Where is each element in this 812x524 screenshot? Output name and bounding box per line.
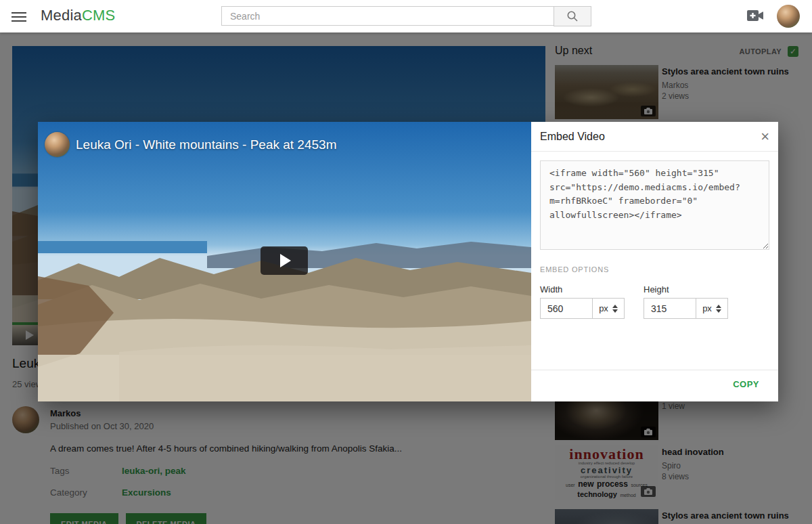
video-upload-icon	[746, 9, 764, 22]
embed-dialog: Leuka Ori - White mountains - Peak at 24…	[38, 122, 778, 401]
embed-panel-header: Embed Video ×	[531, 122, 778, 152]
width-label: Width	[540, 284, 562, 294]
height-label: Height	[644, 284, 669, 294]
height-field-group: px	[644, 298, 728, 319]
menu-icon[interactable]	[12, 9, 28, 23]
embed-dialog-title: Embed Video	[540, 122, 605, 152]
close-icon[interactable]: ×	[761, 128, 769, 146]
mediacms-app: Leuka Ori - White mountains - Peak at 24…	[0, 0, 812, 524]
logo-cms: CMS	[82, 7, 116, 24]
top-header: MediaCMS	[0, 0, 812, 32]
embed-preview-player[interactable]: Leuka Ori - White mountains - Peak at 24…	[38, 122, 531, 401]
height-unit-select[interactable]: px	[696, 298, 728, 319]
up-down-arrows-icon	[716, 305, 721, 313]
logo-media: Media	[41, 7, 82, 24]
header-right	[746, 0, 800, 32]
embed-code-textarea[interactable]: <iframe width="560" height="315" src="ht…	[540, 160, 769, 250]
width-field-group: px	[540, 298, 625, 319]
search-button[interactable]	[554, 6, 591, 26]
upload-media-button[interactable]	[746, 9, 765, 23]
search-input[interactable]	[221, 6, 554, 26]
logo[interactable]: MediaCMS	[41, 7, 115, 24]
embed-panel: Embed Video × <iframe width="560" height…	[531, 122, 778, 401]
height-input[interactable]	[644, 298, 696, 319]
width-unit-value: px	[599, 303, 608, 313]
width-unit-select[interactable]: px	[593, 298, 625, 319]
width-input[interactable]	[540, 298, 593, 319]
up-down-arrows-icon	[612, 305, 618, 313]
preview-video-title: Leuka Ori - White mountains - Peak at 24…	[76, 137, 336, 152]
search-form	[221, 6, 591, 26]
play-icon	[280, 254, 291, 267]
search-icon	[566, 10, 579, 22]
preview-author-avatar[interactable]	[45, 132, 70, 157]
preview-play-button[interactable]	[261, 246, 308, 275]
copy-button[interactable]: COPY	[733, 379, 759, 389]
embed-options-label: EMBED OPTIONS	[540, 265, 609, 274]
embed-panel-footer: COPY	[531, 370, 778, 401]
height-unit-value: px	[702, 303, 712, 313]
user-avatar[interactable]	[777, 5, 800, 28]
